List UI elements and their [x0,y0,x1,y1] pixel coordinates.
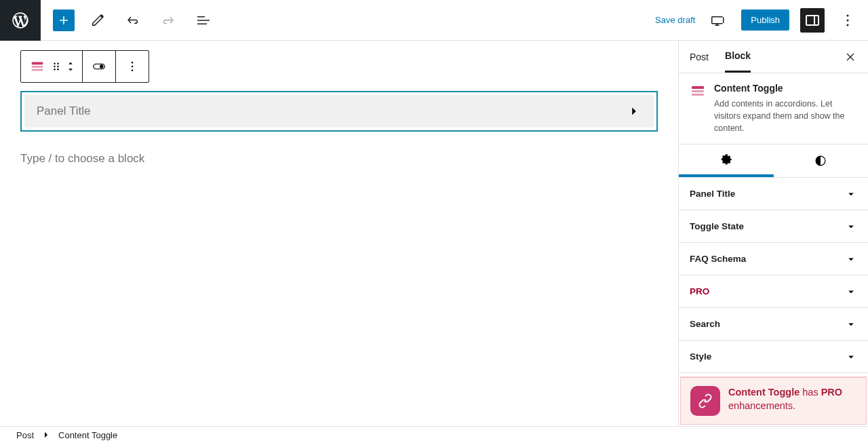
panel-expand-button[interactable] [627,104,642,119]
move-up-button[interactable] [66,60,75,66]
save-draft-link[interactable]: Save draft [655,15,695,25]
plus-icon [56,12,72,28]
tab-post[interactable]: Post [690,42,709,72]
wordpress-logo[interactable] [0,0,41,41]
panel-search[interactable]: Search [679,308,868,341]
block-info-name: Content Toggle [714,83,857,94]
svg-point-6 [54,63,56,65]
svg-point-7 [57,63,59,65]
content-toggle-icon [690,83,706,99]
pro-banner-text: Content Toggle has PROenhancements. [728,386,842,412]
drag-icon [50,60,63,73]
settings-tab[interactable] [679,145,774,177]
chevron-down-icon [845,188,857,200]
block-info: Content Toggle Add contents in accordion… [679,73,868,145]
panel-panel-title[interactable]: Panel Title [679,178,868,210]
block-options-button[interactable] [123,57,142,76]
chevron-down-icon [845,220,857,233]
desktop-icon [710,12,726,28]
chevron-down-icon [845,253,857,265]
drag-handle[interactable] [47,57,66,76]
breadcrumb-root[interactable]: Post [16,430,34,440]
svg-point-10 [54,69,56,71]
panel-toggle-state[interactable]: Toggle State [679,210,868,243]
panel-style[interactable]: Style [679,341,868,373]
block-info-description: Add contents in accordions. Let visitors… [714,98,857,134]
styles-tab[interactable] [774,145,869,177]
tools-button[interactable] [85,8,110,33]
toolbar-left [41,8,216,33]
content-toggle-icon [30,59,45,74]
svg-rect-18 [692,90,704,92]
block-info-icon [690,83,706,99]
redo-button [156,8,180,33]
svg-rect-3 [32,62,43,65]
svg-point-1 [847,19,849,21]
content-toggle-block[interactable]: Panel Title [20,91,658,132]
preview-button[interactable] [706,8,730,33]
chevron-down-icon [845,351,857,363]
svg-rect-4 [32,66,43,68]
editor-main: Panel Title Type / to choose a block Pos… [0,41,868,426]
breadcrumb-current: Content Toggle [58,430,117,440]
options-button[interactable] [835,8,860,33]
inspector-tabs [679,145,868,178]
redo-icon [160,12,176,28]
chevron-down-icon [845,286,857,298]
chevron-right-icon [627,104,642,119]
panel-title-placeholder[interactable]: Panel Title [37,104,90,118]
panel-list: Panel Title Toggle State FAQ Schema PRO … [679,178,868,377]
svg-point-16 [132,70,134,72]
svg-point-14 [132,62,134,64]
svg-point-11 [57,69,59,71]
toggle-icon [92,59,106,74]
breadcrumb-separator [41,429,52,440]
panel-faq-schema[interactable]: FAQ Schema [679,243,868,275]
gear-icon [719,153,733,166]
list-view-icon [195,12,212,28]
block-toolbar [20,50,149,83]
svg-rect-17 [692,86,704,89]
more-vertical-icon [125,60,139,73]
block-type-button[interactable] [28,57,47,76]
undo-button[interactable] [121,8,145,33]
contrast-icon [814,154,827,168]
panel-row[interactable]: Panel Title [24,95,654,128]
document-overview-button[interactable] [191,8,216,33]
editor-canvas[interactable]: Panel Title Type / to choose a block [0,41,678,426]
chevron-down-icon [845,318,857,330]
undo-icon [125,12,141,28]
block-breadcrumb: Post Content Toggle [0,426,868,443]
svg-point-9 [57,66,59,68]
link-icon [697,393,713,409]
pencil-icon [90,12,106,28]
svg-point-13 [100,64,104,69]
settings-toggle-button[interactable] [800,8,825,33]
svg-rect-5 [32,69,43,71]
chevron-up-icon [66,60,75,66]
svg-rect-19 [692,94,704,96]
sidebar-icon [804,12,821,28]
move-down-button[interactable] [66,66,75,73]
chevron-right-icon [41,429,52,440]
toolbar-right: Save draft Publish [655,8,868,33]
editor-topbar: Save draft Publish [0,0,868,41]
sidebar-tabs: Post Block [679,41,868,73]
close-sidebar-button[interactable] [844,50,857,64]
settings-sidebar: Post Block Content Toggle Add contents i… [678,41,868,426]
panel-pro[interactable]: PRO [679,275,868,308]
svg-point-2 [847,24,849,26]
more-vertical-icon [840,12,856,28]
svg-point-8 [54,66,56,68]
chevron-down-icon [66,66,75,73]
block-appender[interactable]: Type / to choose a block [20,152,658,166]
wordpress-icon [11,11,30,30]
tab-block[interactable]: Block [725,41,751,73]
toggle-switch-button[interactable] [90,57,108,76]
close-icon [844,50,857,64]
add-block-button[interactable] [53,9,75,31]
publish-button[interactable]: Publish [741,9,789,31]
pro-banner[interactable]: Content Toggle has PROenhancements. [680,377,867,425]
pro-banner-icon [690,386,720,416]
svg-point-0 [847,14,849,16]
